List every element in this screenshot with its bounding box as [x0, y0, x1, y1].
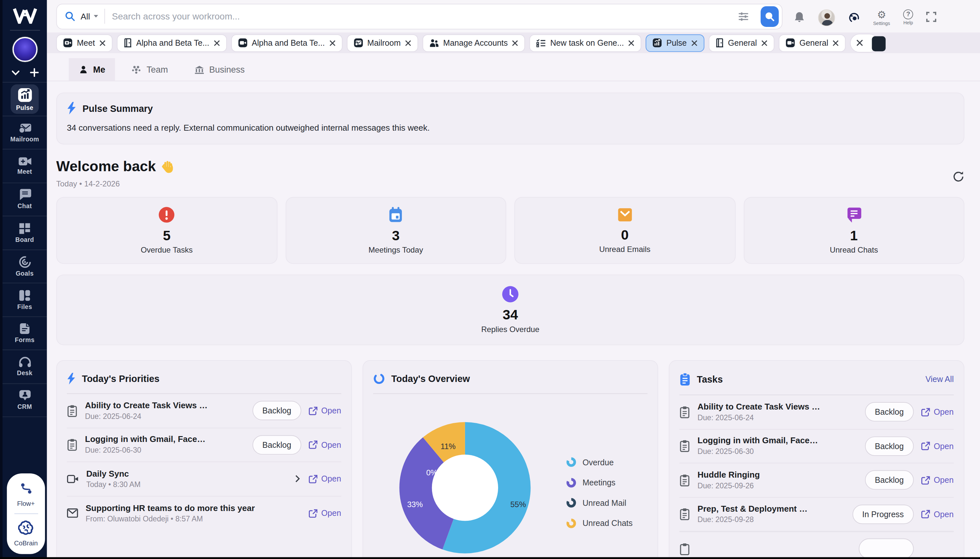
tab-alpha-beta-1[interactable]: Alpha and Beta Te... [117, 34, 226, 51]
donut-ring-icon [373, 372, 385, 385]
tab-alpha-beta-2[interactable]: Alpha and Beta Te... [231, 34, 342, 51]
overview-card: Today's Overview 5 [363, 360, 658, 559]
close-icon[interactable] [856, 39, 863, 46]
stat-unread-emails[interactable]: 0 Unread Emails [514, 197, 735, 264]
task-row[interactable]: Prep, Test & Deployment … Due: 2025-09-2… [679, 498, 954, 531]
close-icon[interactable] [761, 40, 767, 46]
close-icon[interactable] [629, 40, 635, 46]
sidebar-item-desk[interactable]: Desk [3, 350, 47, 384]
tab-me[interactable]: Me [69, 58, 115, 80]
filter-sliders-icon[interactable] [738, 12, 749, 21]
priority-row[interactable]: Supporting HR teams to do more this year… [67, 496, 341, 530]
task-row[interactable]: Huddle Ringing Due: 2025-09-26 Backlog O… [679, 463, 954, 498]
status-badge[interactable]: Backlog [252, 401, 301, 420]
search-submit-button[interactable] [761, 6, 779, 26]
cobrain-label[interactable]: CoBrain [14, 539, 38, 546]
status-badge[interactable]: Backlog [865, 470, 914, 490]
close-icon[interactable] [833, 40, 839, 46]
replies-value: 34 [503, 308, 518, 323]
status-badge[interactable]: Backlog [865, 437, 914, 456]
tab-mailroom[interactable]: Mailroom [347, 34, 418, 51]
cobrain-brain-icon[interactable] [18, 520, 34, 535]
workspace-avatar[interactable] [12, 37, 37, 62]
external-link-icon [309, 509, 318, 518]
legend-ring-icon [566, 457, 576, 467]
close-icon[interactable] [214, 40, 220, 46]
user-avatar[interactable] [818, 9, 835, 26]
sidebar-item-files[interactable]: Files [3, 283, 47, 317]
open-link[interactable]: Open [921, 509, 954, 519]
flow-icon[interactable] [19, 482, 33, 496]
tab-general-1[interactable]: General [709, 34, 775, 51]
window-bottom-edge [0, 557, 980, 559]
tab-pulse[interactable]: Pulse [646, 34, 704, 51]
sidebar-item-chat[interactable]: Chat [3, 183, 47, 216]
stat-meetings-today[interactable]: 3 Meetings Today [285, 197, 506, 264]
priority-row[interactable]: Ability to Create Task Views … Due: 2025… [67, 394, 341, 428]
tab-team[interactable]: Team [122, 58, 178, 80]
history-sync-icon[interactable] [848, 9, 860, 23]
sidebar-item-board[interactable]: Board [3, 216, 47, 250]
task-row-partial[interactable] [679, 531, 954, 559]
sidebar-item-crm[interactable]: CRM [3, 384, 47, 417]
tab-meet[interactable]: Meet [56, 34, 112, 51]
help-label: Help [904, 20, 913, 25]
topbar-icons: ⚙ Settings ? Help [794, 7, 936, 26]
open-link[interactable]: Open [921, 407, 954, 417]
search-scope-label: All [81, 12, 90, 21]
stat-unread-chats[interactable]: 1 Unread Chats [743, 197, 964, 264]
row-subtitle: Due: 2025-06-24 [85, 412, 245, 420]
sidebar-item-meet[interactable]: Meet [3, 149, 47, 183]
add-workspace-icon[interactable] [30, 68, 39, 77]
replies-overdue-card[interactable]: 34 Replies Overdue [56, 275, 964, 345]
task-row[interactable]: Logging in with Gmail, Face… Due: 2025-0… [679, 429, 954, 463]
close-icon[interactable] [691, 40, 698, 46]
priority-row[interactable]: Daily Sync Today • 8:30 AM Open [67, 462, 341, 496]
status-badge[interactable]: Backlog [252, 435, 301, 455]
sidebar-item-mailroom[interactable]: Mailroom [3, 116, 47, 149]
tab-business[interactable]: Business [184, 58, 255, 80]
close-icon[interactable] [99, 40, 105, 46]
sidebar-item-goals[interactable]: Goals [3, 250, 47, 283]
search-input[interactable] [111, 11, 733, 22]
legend-item[interactable]: Unread Chats [566, 517, 633, 529]
status-badge[interactable]: Backlog [865, 402, 914, 422]
open-link[interactable]: Open [921, 441, 954, 451]
open-link[interactable]: Open [309, 474, 341, 483]
legend-item[interactable]: Overdue [566, 456, 633, 468]
open-link[interactable]: Open [309, 406, 341, 415]
tab-partial[interactable] [850, 33, 879, 52]
open-link[interactable]: Open [309, 440, 341, 450]
close-icon[interactable] [405, 40, 411, 46]
open-link[interactable]: Open [309, 508, 341, 518]
status-badge[interactable]: In Progress [852, 504, 914, 524]
sidebar-item-forms[interactable]: Forms [3, 317, 47, 350]
donut-chart[interactable] [399, 422, 531, 554]
slice-label-unread-mail: 0% [426, 468, 437, 477]
chevron-right-icon[interactable] [294, 475, 301, 483]
stat-overdue-tasks[interactable]: 5 Overdue Tasks [56, 197, 277, 264]
refresh-icon[interactable] [952, 170, 964, 182]
sidebar-item-pulse[interactable]: Pulse [3, 83, 47, 116]
open-link[interactable]: Open [921, 475, 954, 485]
task-row[interactable]: Ability to Create Task Views … Due: 2025… [679, 395, 954, 429]
close-icon[interactable] [512, 40, 518, 46]
tab-general-2[interactable]: General [779, 34, 846, 51]
clipboard-icon [67, 404, 78, 417]
fullscreen-icon[interactable] [926, 9, 936, 22]
search-scope-dropdown[interactable]: All [81, 12, 99, 21]
flow-label[interactable]: Flow+ [17, 499, 35, 507]
priority-row[interactable]: Logging in with Gmail, Face… Due: 2025-0… [67, 428, 341, 462]
settings-button[interactable]: ⚙ Settings [873, 9, 890, 26]
view-all-link[interactable]: View All [926, 374, 954, 384]
chevron-down-icon[interactable] [11, 70, 20, 75]
close-icon[interactable] [329, 40, 335, 46]
legend-item[interactable]: Meetings [566, 476, 633, 489]
legend-item[interactable]: Unread Mail [566, 496, 633, 509]
tab-manage-accounts[interactable]: Manage Accounts [422, 34, 525, 51]
notifications-bell-icon[interactable] [794, 9, 805, 23]
tab-new-task[interactable]: New task on Gene... [530, 34, 641, 51]
envelope-icon [67, 508, 78, 518]
status-badge[interactable] [859, 539, 914, 559]
help-button[interactable]: ? Help [903, 9, 913, 25]
